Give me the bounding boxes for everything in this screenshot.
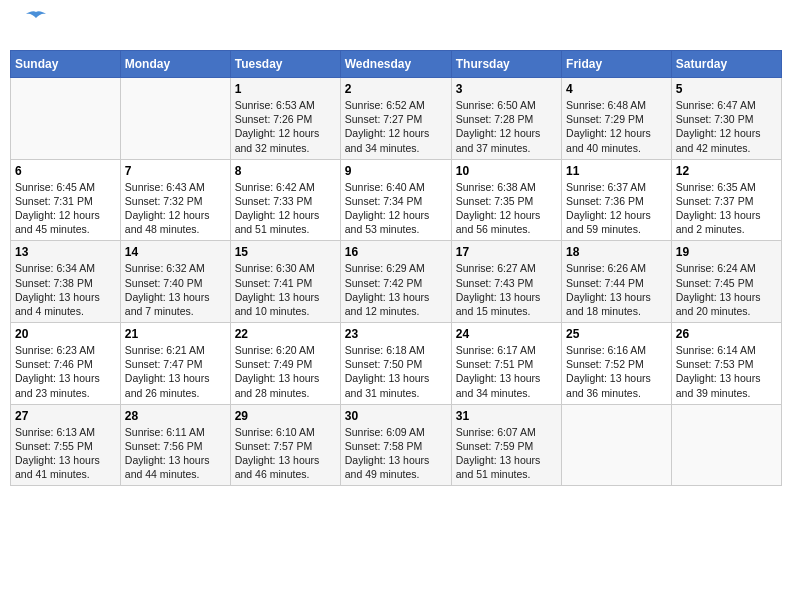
calendar-cell: 19Sunrise: 6:24 AMSunset: 7:45 PMDayligh… [671, 241, 781, 323]
day-number: 9 [345, 164, 447, 178]
day-info: Sunrise: 6:50 AMSunset: 7:28 PMDaylight:… [456, 98, 557, 155]
day-info: Sunrise: 6:53 AMSunset: 7:26 PMDaylight:… [235, 98, 336, 155]
calendar-cell: 6Sunrise: 6:45 AMSunset: 7:31 PMDaylight… [11, 159, 121, 241]
day-info: Sunrise: 6:40 AMSunset: 7:34 PMDaylight:… [345, 180, 447, 237]
day-info: Sunrise: 6:20 AMSunset: 7:49 PMDaylight:… [235, 343, 336, 400]
day-number: 23 [345, 327, 447, 341]
day-info: Sunrise: 6:29 AMSunset: 7:42 PMDaylight:… [345, 261, 447, 318]
day-number: 4 [566, 82, 667, 96]
day-header-thursday: Thursday [451, 51, 561, 78]
day-number: 1 [235, 82, 336, 96]
day-header-tuesday: Tuesday [230, 51, 340, 78]
day-info: Sunrise: 6:17 AMSunset: 7:51 PMDaylight:… [456, 343, 557, 400]
day-number: 5 [676, 82, 777, 96]
day-header-sunday: Sunday [11, 51, 121, 78]
calendar-week-row: 1Sunrise: 6:53 AMSunset: 7:26 PMDaylight… [11, 78, 782, 160]
calendar-cell: 22Sunrise: 6:20 AMSunset: 7:49 PMDayligh… [230, 323, 340, 405]
day-number: 20 [15, 327, 116, 341]
day-number: 16 [345, 245, 447, 259]
day-info: Sunrise: 6:09 AMSunset: 7:58 PMDaylight:… [345, 425, 447, 482]
day-number: 3 [456, 82, 557, 96]
day-info: Sunrise: 6:30 AMSunset: 7:41 PMDaylight:… [235, 261, 336, 318]
day-number: 13 [15, 245, 116, 259]
day-info: Sunrise: 6:11 AMSunset: 7:56 PMDaylight:… [125, 425, 226, 482]
day-info: Sunrise: 6:43 AMSunset: 7:32 PMDaylight:… [125, 180, 226, 237]
day-info: Sunrise: 6:34 AMSunset: 7:38 PMDaylight:… [15, 261, 116, 318]
calendar-cell: 8Sunrise: 6:42 AMSunset: 7:33 PMDaylight… [230, 159, 340, 241]
day-info: Sunrise: 6:45 AMSunset: 7:31 PMDaylight:… [15, 180, 116, 237]
calendar-cell: 25Sunrise: 6:16 AMSunset: 7:52 PMDayligh… [562, 323, 672, 405]
calendar-cell: 31Sunrise: 6:07 AMSunset: 7:59 PMDayligh… [451, 404, 561, 486]
day-number: 27 [15, 409, 116, 423]
calendar-cell: 7Sunrise: 6:43 AMSunset: 7:32 PMDaylight… [120, 159, 230, 241]
calendar-header-row: SundayMondayTuesdayWednesdayThursdayFrid… [11, 51, 782, 78]
calendar-cell: 29Sunrise: 6:10 AMSunset: 7:57 PMDayligh… [230, 404, 340, 486]
logo [20, 18, 48, 40]
day-info: Sunrise: 6:26 AMSunset: 7:44 PMDaylight:… [566, 261, 667, 318]
calendar-cell: 15Sunrise: 6:30 AMSunset: 7:41 PMDayligh… [230, 241, 340, 323]
day-info: Sunrise: 6:07 AMSunset: 7:59 PMDaylight:… [456, 425, 557, 482]
day-header-friday: Friday [562, 51, 672, 78]
calendar-cell: 2Sunrise: 6:52 AMSunset: 7:27 PMDaylight… [340, 78, 451, 160]
day-info: Sunrise: 6:38 AMSunset: 7:35 PMDaylight:… [456, 180, 557, 237]
day-header-saturday: Saturday [671, 51, 781, 78]
calendar-week-row: 6Sunrise: 6:45 AMSunset: 7:31 PMDaylight… [11, 159, 782, 241]
day-number: 7 [125, 164, 226, 178]
day-header-monday: Monday [120, 51, 230, 78]
day-number: 10 [456, 164, 557, 178]
calendar-cell: 12Sunrise: 6:35 AMSunset: 7:37 PMDayligh… [671, 159, 781, 241]
day-info: Sunrise: 6:24 AMSunset: 7:45 PMDaylight:… [676, 261, 777, 318]
day-number: 11 [566, 164, 667, 178]
calendar-week-row: 13Sunrise: 6:34 AMSunset: 7:38 PMDayligh… [11, 241, 782, 323]
calendar-cell: 20Sunrise: 6:23 AMSunset: 7:46 PMDayligh… [11, 323, 121, 405]
day-number: 18 [566, 245, 667, 259]
calendar-cell: 3Sunrise: 6:50 AMSunset: 7:28 PMDaylight… [451, 78, 561, 160]
day-number: 17 [456, 245, 557, 259]
calendar-cell [562, 404, 672, 486]
calendar-cell: 26Sunrise: 6:14 AMSunset: 7:53 PMDayligh… [671, 323, 781, 405]
day-number: 21 [125, 327, 226, 341]
day-info: Sunrise: 6:32 AMSunset: 7:40 PMDaylight:… [125, 261, 226, 318]
calendar-cell: 23Sunrise: 6:18 AMSunset: 7:50 PMDayligh… [340, 323, 451, 405]
day-info: Sunrise: 6:37 AMSunset: 7:36 PMDaylight:… [566, 180, 667, 237]
calendar-cell: 30Sunrise: 6:09 AMSunset: 7:58 PMDayligh… [340, 404, 451, 486]
calendar-week-row: 27Sunrise: 6:13 AMSunset: 7:55 PMDayligh… [11, 404, 782, 486]
calendar-cell: 13Sunrise: 6:34 AMSunset: 7:38 PMDayligh… [11, 241, 121, 323]
calendar-cell: 1Sunrise: 6:53 AMSunset: 7:26 PMDaylight… [230, 78, 340, 160]
day-info: Sunrise: 6:52 AMSunset: 7:27 PMDaylight:… [345, 98, 447, 155]
day-info: Sunrise: 6:27 AMSunset: 7:43 PMDaylight:… [456, 261, 557, 318]
day-info: Sunrise: 6:23 AMSunset: 7:46 PMDaylight:… [15, 343, 116, 400]
calendar-cell [120, 78, 230, 160]
page-header [10, 10, 782, 44]
day-number: 15 [235, 245, 336, 259]
calendar-cell: 24Sunrise: 6:17 AMSunset: 7:51 PMDayligh… [451, 323, 561, 405]
calendar-cell: 18Sunrise: 6:26 AMSunset: 7:44 PMDayligh… [562, 241, 672, 323]
logo-bird-icon [24, 10, 48, 30]
day-number: 30 [345, 409, 447, 423]
day-number: 24 [456, 327, 557, 341]
day-info: Sunrise: 6:10 AMSunset: 7:57 PMDaylight:… [235, 425, 336, 482]
day-number: 2 [345, 82, 447, 96]
day-info: Sunrise: 6:48 AMSunset: 7:29 PMDaylight:… [566, 98, 667, 155]
calendar-table: SundayMondayTuesdayWednesdayThursdayFrid… [10, 50, 782, 486]
day-number: 6 [15, 164, 116, 178]
day-number: 14 [125, 245, 226, 259]
day-info: Sunrise: 6:18 AMSunset: 7:50 PMDaylight:… [345, 343, 447, 400]
day-info: Sunrise: 6:13 AMSunset: 7:55 PMDaylight:… [15, 425, 116, 482]
calendar-cell: 10Sunrise: 6:38 AMSunset: 7:35 PMDayligh… [451, 159, 561, 241]
calendar-week-row: 20Sunrise: 6:23 AMSunset: 7:46 PMDayligh… [11, 323, 782, 405]
day-number: 19 [676, 245, 777, 259]
calendar-cell: 11Sunrise: 6:37 AMSunset: 7:36 PMDayligh… [562, 159, 672, 241]
calendar-cell [671, 404, 781, 486]
calendar-cell: 5Sunrise: 6:47 AMSunset: 7:30 PMDaylight… [671, 78, 781, 160]
calendar-cell: 17Sunrise: 6:27 AMSunset: 7:43 PMDayligh… [451, 241, 561, 323]
calendar-cell: 14Sunrise: 6:32 AMSunset: 7:40 PMDayligh… [120, 241, 230, 323]
day-number: 25 [566, 327, 667, 341]
calendar-cell: 4Sunrise: 6:48 AMSunset: 7:29 PMDaylight… [562, 78, 672, 160]
day-number: 29 [235, 409, 336, 423]
day-info: Sunrise: 6:14 AMSunset: 7:53 PMDaylight:… [676, 343, 777, 400]
day-info: Sunrise: 6:42 AMSunset: 7:33 PMDaylight:… [235, 180, 336, 237]
calendar-cell [11, 78, 121, 160]
calendar-cell: 21Sunrise: 6:21 AMSunset: 7:47 PMDayligh… [120, 323, 230, 405]
day-number: 8 [235, 164, 336, 178]
